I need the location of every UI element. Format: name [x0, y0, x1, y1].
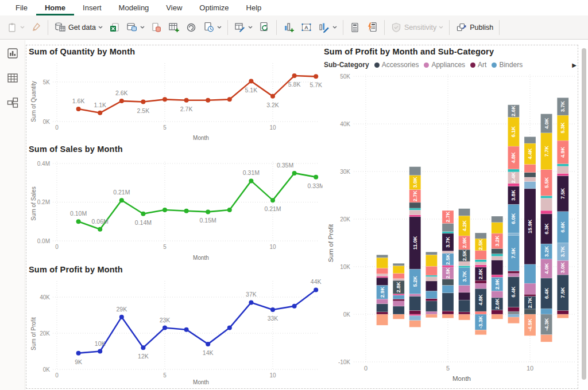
- svg-text:2.8K: 2.8K: [396, 282, 401, 293]
- svg-text:2.5K: 2.5K: [478, 239, 483, 250]
- legend-dot-icon: [492, 63, 497, 68]
- more-visuals-button[interactable]: [315, 20, 340, 35]
- svg-text:Month: Month: [193, 379, 209, 385]
- legend: Sub-Category AccessoriesAppliancesArtBin…: [324, 58, 579, 71]
- svg-text:5.5K: 5.5K: [544, 177, 550, 189]
- legend-item-appliances[interactable]: Appliances: [424, 61, 465, 69]
- svg-text:4.0K: 4.0K: [544, 263, 550, 274]
- visual-sales-by-month[interactable]: Sum of Sales by Month 0.0M0.2M0.4M0510Mo…: [29, 143, 323, 264]
- ribbon-divider: [499, 20, 500, 35]
- data-view-button[interactable]: [6, 72, 19, 87]
- svg-text:4.0K: 4.0K: [544, 118, 550, 129]
- view-rail: [0, 40, 25, 390]
- svg-text:29K: 29K: [116, 306, 127, 313]
- svg-text:Sum of Sales: Sum of Sales: [30, 186, 37, 220]
- new-visual-button[interactable]: [280, 20, 297, 35]
- database-table-icon: [54, 21, 66, 33]
- legend-items: AccessoriesAppliancesArtBinders: [374, 61, 523, 69]
- legend-item-accessories[interactable]: Accessories: [374, 61, 419, 69]
- chevron-down-icon: [217, 26, 222, 29]
- menu-item-insert[interactable]: Insert: [74, 1, 110, 15]
- recent-sources-button[interactable]: [200, 20, 225, 35]
- sql-server-button[interactable]: [148, 20, 165, 35]
- svg-text:0K: 0K: [43, 366, 51, 373]
- svg-text:3.0K: 3.0K: [412, 177, 418, 188]
- paste-button[interactable]: [3, 20, 28, 35]
- publish-button[interactable]: Publish: [452, 20, 496, 35]
- calculator-icon: [349, 22, 361, 33]
- svg-text:23K: 23K: [160, 317, 171, 323]
- menu-item-view[interactable]: View: [157, 1, 191, 15]
- transform-data-button[interactable]: [231, 20, 256, 35]
- onelake-data-hub-button[interactable]: [123, 20, 148, 35]
- svg-text:2.7K: 2.7K: [445, 211, 451, 223]
- new-measure-button[interactable]: [346, 20, 363, 35]
- svg-text:6.4K: 6.4K: [510, 286, 516, 298]
- svg-text:40K: 40K: [340, 121, 350, 127]
- enter-data-button[interactable]: [165, 20, 183, 35]
- svg-text:0K: 0K: [343, 311, 351, 318]
- svg-text:Month: Month: [193, 255, 209, 261]
- text-box-button[interactable]: A: [297, 20, 315, 35]
- svg-text:3.7K: 3.7K: [560, 101, 566, 112]
- svg-text:6.3K: 6.3K: [544, 223, 550, 235]
- format-painter-button[interactable]: [28, 20, 45, 35]
- visual-profit-by-month[interactable]: Sum of Profit by Month 0K20K40K0510Month…: [29, 264, 323, 387]
- report-view-icon: [6, 47, 19, 60]
- sensitivity-button[interactable]: Sensitivity: [388, 20, 446, 35]
- svg-text:0: 0: [364, 365, 368, 372]
- svg-text:44K: 44K: [311, 278, 322, 285]
- vertical-scrollbar[interactable]: [582, 48, 586, 380]
- svg-text:10: 10: [269, 244, 276, 250]
- ribbon-divider: [343, 20, 343, 35]
- svg-text:4.8K: 4.8K: [478, 294, 483, 306]
- svg-text:10: 10: [527, 365, 533, 372]
- menu-item-home[interactable]: Home: [36, 1, 74, 15]
- svg-text:1.1K: 1.1K: [94, 102, 106, 108]
- svg-text:2.5K: 2.5K: [462, 249, 467, 261]
- svg-text:5.8K: 5.8K: [288, 81, 301, 88]
- svg-text:0.06M: 0.06M: [92, 218, 109, 225]
- svg-text:2.9K: 2.9K: [494, 278, 500, 290]
- refresh-button[interactable]: [256, 20, 273, 35]
- menu-item-optimize[interactable]: Optimize: [191, 1, 237, 15]
- menu-item-help[interactable]: Help: [238, 1, 270, 15]
- dataverse-button[interactable]: [183, 20, 200, 35]
- svg-text:3.8K: 3.8K: [510, 189, 516, 201]
- legend-item-art[interactable]: Art: [470, 61, 486, 69]
- ribbon-divider: [227, 20, 228, 35]
- svg-text:50K: 50K: [340, 73, 350, 80]
- get-data-button[interactable]: Get data: [51, 20, 106, 35]
- svg-text:7.5K: 7.5K: [560, 287, 566, 298]
- svg-text:3.0K: 3.0K: [560, 262, 566, 274]
- visual-profit-by-month-subcategory[interactable]: Sum of Profit by Month and Sub-Category …: [324, 46, 579, 387]
- legend-item-binders[interactable]: Binders: [492, 61, 523, 69]
- table-pencil-icon: [234, 21, 246, 33]
- legend-next-arrow[interactable]: ▶: [572, 62, 577, 68]
- svg-text:0.33M: 0.33M: [308, 182, 323, 189]
- svg-text:0.14M: 0.14M: [135, 219, 152, 226]
- model-view-button[interactable]: [6, 96, 19, 111]
- svg-text:Sum of Quantity: Sum of Quantity: [30, 81, 37, 122]
- svg-text:2.6K: 2.6K: [510, 106, 516, 117]
- svg-text:Sum of Profit: Sum of Profit: [327, 224, 334, 262]
- excel-workbook-button[interactable]: [106, 20, 123, 35]
- svg-text:0.35M: 0.35M: [277, 162, 293, 169]
- svg-text:10: 10: [269, 372, 276, 379]
- legend-dot-icon: [374, 63, 380, 68]
- svg-text:0.2M: 0.2M: [37, 199, 50, 205]
- svg-text:5.1K: 5.1K: [245, 87, 258, 93]
- menu-item-modeling[interactable]: Modeling: [110, 1, 158, 15]
- visual-quantity-by-month[interactable]: Sum of Quantity by Month 0K5K0510MonthSu…: [29, 46, 323, 143]
- report-view-button[interactable]: [6, 47, 19, 62]
- svg-text:9K: 9K: [75, 358, 82, 365]
- quick-measure-button[interactable]: [363, 20, 381, 35]
- svg-text:6.0K: 6.0K: [510, 213, 516, 224]
- svg-text:-3.3K: -3.3K: [478, 315, 483, 329]
- svg-text:3.7K: 3.7K: [445, 236, 451, 248]
- quantity-line-chart: 0K5K0510MonthSum of Quantity1.6K1.1K2.6K…: [29, 58, 323, 143]
- menu-item-file[interactable]: File: [7, 1, 36, 15]
- svg-text:11.0K: 11.0K: [412, 236, 418, 249]
- svg-text:4.4K: 4.4K: [527, 148, 533, 159]
- svg-text:0.21M: 0.21M: [113, 189, 130, 196]
